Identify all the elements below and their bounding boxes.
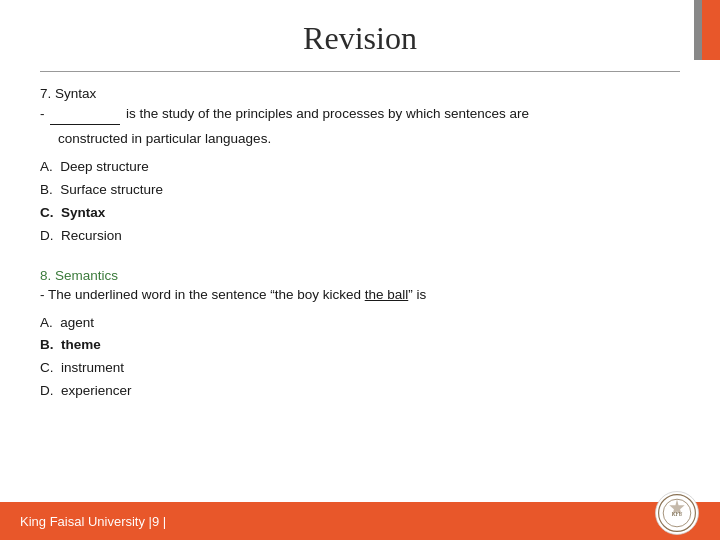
option-7b: B. Surface structure (40, 179, 680, 202)
option-8d-label: D. (40, 383, 54, 398)
option-7c-label: C. (40, 205, 54, 220)
question-8-prefix: - The underlined word in the sentence “t… (40, 287, 365, 302)
option-7a: A. Deep structure (40, 156, 680, 179)
option-7c: C. Syntax (40, 202, 680, 225)
page-title: Revision (40, 20, 680, 57)
question-7-block: 7. Syntax - is the study of the principl… (40, 86, 680, 248)
option-8a: A. agent (40, 312, 680, 335)
question-7-dash: - (40, 106, 48, 121)
question-7-text-after: is the study of the principles and proce… (122, 106, 529, 121)
question-8-block: 8. Semantics - The underlined word in th… (40, 268, 680, 404)
main-content: Revision 7. Syntax - is the study of the… (0, 0, 720, 483)
question-7-blank (50, 103, 120, 125)
option-7d-text: Recursion (61, 228, 122, 243)
option-8c-text: instrument (61, 360, 124, 375)
option-8b: B. theme (40, 334, 680, 357)
gray-accent-bar (694, 0, 702, 60)
question-8-options: A. agent B. theme C. instrument D. exper… (40, 312, 680, 404)
footer-bar: King Faisal University |9 | KFU (0, 502, 720, 540)
option-8d: D. experiencer (40, 380, 680, 403)
question-8-suffix: ” is (408, 287, 426, 302)
option-8c: C. instrument (40, 357, 680, 380)
option-8c-label: C. (40, 360, 54, 375)
option-7d: D. Recursion (40, 225, 680, 248)
university-logo: KFU (654, 490, 700, 536)
orange-accent-bar (702, 0, 720, 60)
option-7d-label: D. (40, 228, 54, 243)
question-7-continuation: constructed in particular languages. (58, 129, 680, 150)
title-divider (40, 71, 680, 72)
option-7c-text: Syntax (61, 205, 105, 220)
question-8-underlined: the ball (365, 287, 409, 302)
question-7-text: - is the study of the principles and pro… (40, 103, 680, 125)
footer-text: King Faisal University |9 | (20, 514, 166, 529)
question-8-number: 8. Semantics (40, 268, 680, 283)
option-7b-text: Surface structure (60, 182, 163, 197)
option-8b-label: B. (40, 337, 54, 352)
option-8a-label: A. (40, 315, 53, 330)
question-7-number: 7. Syntax (40, 86, 680, 101)
option-8d-text: experiencer (61, 383, 132, 398)
option-7b-label: B. (40, 182, 53, 197)
page-container: Revision 7. Syntax - is the study of the… (0, 0, 720, 540)
option-8b-text: theme (61, 337, 101, 352)
option-7a-text: Deep structure (60, 159, 149, 174)
question-7-options: A. Deep structure B. Surface structure C… (40, 156, 680, 248)
option-8a-text: agent (60, 315, 94, 330)
option-7a-label: A. (40, 159, 53, 174)
question-8-sentence: - The underlined word in the sentence “t… (40, 285, 680, 306)
